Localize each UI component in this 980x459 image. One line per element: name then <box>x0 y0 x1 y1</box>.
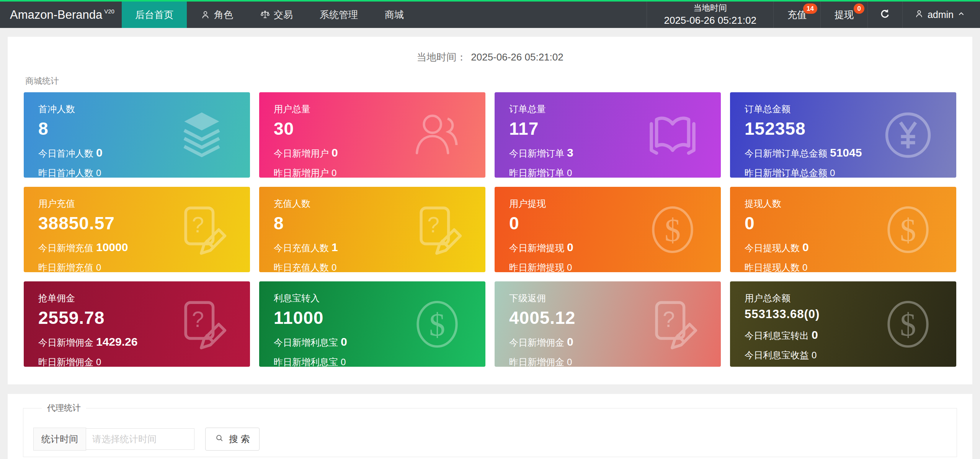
card-yesterday-label: 昨日新增充值 <box>38 262 93 272</box>
svg-text:$: $ <box>429 307 445 342</box>
withdraw-badge: 0 <box>854 3 864 14</box>
stat-card: 订单总量117今日新增订单3昨日新增订单0 <box>495 92 721 178</box>
recharge-badge: 14 <box>803 3 817 14</box>
card-yesterday-value: 0 <box>341 357 346 367</box>
card-yesterday-line: 昨日新增充值0 <box>38 261 250 272</box>
person-icon <box>200 10 211 20</box>
refresh-icon <box>879 8 891 21</box>
dollar-circle-icon: $ <box>644 201 701 258</box>
card-yesterday-label: 昨日新增提现 <box>509 262 564 272</box>
refresh-button[interactable] <box>867 2 902 28</box>
stats-panel: 当地时间：2025-06-26 05:21:02 商城统计 首冲人数8今日首冲人… <box>8 37 972 384</box>
svg-text:$: $ <box>900 212 916 248</box>
card-yesterday-label: 昨日新增订单 <box>509 168 564 178</box>
card-yesterday-line: 昨日提现人数0 <box>745 261 956 272</box>
card-yesterday-value: 0 <box>830 168 835 178</box>
card-yesterday-label: 昨日新增利息宝 <box>274 357 338 367</box>
card-yesterday-label: 昨日新增佣金 <box>38 357 93 367</box>
card-today-value: 3 <box>567 146 573 159</box>
card-today-value: 0 <box>332 146 338 159</box>
card-yesterday-label: 昨日首冲人数 <box>38 168 93 178</box>
nav-item-home[interactable]: 后台首页 <box>122 2 187 28</box>
card-today-value: 0 <box>341 335 347 348</box>
yen-circle-icon <box>880 107 936 163</box>
topbar: Amazon-Beranda V20 后台首页 角色 <box>0 0 980 28</box>
layers-icon <box>173 107 230 163</box>
stats-section-title: 商城统计 <box>25 75 972 87</box>
card-yesterday-line: 昨日新增佣金0 <box>509 356 721 367</box>
card-yesterday-label: 昨日新增佣金 <box>509 357 564 367</box>
search-button[interactable]: 搜 索 <box>205 428 260 451</box>
card-today-value: 0 <box>96 146 103 159</box>
doc-question-icon: ? <box>409 201 466 258</box>
card-yesterday-line: 昨日充值人数0 <box>274 261 485 272</box>
card-today-label: 今日利息宝转出 <box>745 330 809 341</box>
local-time-value: 2025-06-26 05:21:02 <box>664 14 756 27</box>
stat-card: 抢单佣金2559.78今日新增佣金1429.26昨日新增佣金0? <box>24 281 250 367</box>
withdraw-link[interactable]: 提现 0 <box>820 2 867 28</box>
main-nav: 后台首页 角色 交易 <box>122 2 417 28</box>
agent-filter-row: 统计时间 搜 索 <box>33 428 957 451</box>
page-time-label: 当地时间： <box>416 51 466 63</box>
recharge-link[interactable]: 充值 14 <box>773 2 820 28</box>
card-yesterday-line: 昨日新增用户0 <box>274 167 485 178</box>
card-today-label: 今日新增佣金 <box>509 337 564 348</box>
svg-text:?: ? <box>192 307 204 332</box>
stat-card: 下级返佣4005.12今日新增佣金0昨日新增佣金0? <box>495 281 721 367</box>
dollar-circle-icon: $ <box>409 296 466 353</box>
card-yesterday-value: 0 <box>567 357 572 367</box>
stat-card: 提现人数0今日提现人数0昨日提现人数0$ <box>730 187 956 272</box>
card-yesterday-value: 0 <box>96 357 101 367</box>
card-yesterday-label: 昨日提现人数 <box>745 262 800 272</box>
card-today-label: 今日新增充值 <box>38 243 93 253</box>
search-label: 搜 索 <box>229 433 250 445</box>
brand-logo[interactable]: Amazon-Beranda V20 <box>0 2 122 28</box>
card-today-label: 今日新增用户 <box>274 148 329 158</box>
card-yesterday-label: 昨日新增订单总金额 <box>745 168 827 178</box>
card-today-label: 今日新增订单 <box>509 148 564 158</box>
nav-item-system[interactable]: 系统管理 <box>306 2 371 28</box>
card-yesterday-line: 昨日新增提现0 <box>509 261 721 272</box>
card-yesterday-value: 0 <box>96 262 101 272</box>
svg-text:?: ? <box>192 213 204 237</box>
card-today-value: 0 <box>567 335 573 348</box>
card-yesterday-line: 昨日新增利息宝0 <box>274 356 485 367</box>
doc-question-icon: ? <box>644 296 701 353</box>
stats-card-grid: 首冲人数8今日首冲人数0昨日首冲人数0用户总量30今日新增用户0昨日新增用户0订… <box>8 92 972 367</box>
svg-text:$: $ <box>665 212 681 248</box>
dashboard-screen: Amazon-Beranda V20 后台首页 角色 <box>0 0 980 459</box>
card-yesterday-line: 昨日新增佣金0 <box>38 356 250 367</box>
card-yesterday-line: 昨日新增订单总金额0 <box>745 167 956 178</box>
topbar-right: 当地时间 2025-06-26 05:21:02 充值 14 提现 0 <box>647 2 980 28</box>
card-today-value: 10000 <box>96 241 128 253</box>
stat-card: 首冲人数8今日首冲人数0昨日首冲人数0 <box>24 92 250 178</box>
card-today-value: 1 <box>332 241 338 253</box>
card-yesterday-line: 昨日首冲人数0 <box>38 167 250 178</box>
card-yesterday-line: 昨日新增订单0 <box>509 167 721 178</box>
nav-item-mall[interactable]: 商城 <box>371 2 417 28</box>
dollar-circle-icon: $ <box>880 201 936 258</box>
stat-card: 用户充值38850.57今日新增充值10000昨日新增充值0? <box>24 187 250 272</box>
card-yesterday-value: 0 <box>567 168 572 178</box>
nav-item-trade[interactable]: 交易 <box>247 2 306 28</box>
user-menu[interactable]: admin <box>902 2 980 28</box>
stat-time-input[interactable] <box>86 428 194 450</box>
card-yesterday-value: 0 <box>812 350 817 360</box>
card-today-label: 今日新增提现 <box>509 243 564 253</box>
svg-text:$: $ <box>900 307 916 342</box>
agent-section-title: 代理统计 <box>42 402 86 414</box>
local-time: 当地时间 2025-06-26 05:21:02 <box>647 2 773 28</box>
stat-card: 用户提现0今日新增提现0昨日新增提现0$ <box>495 187 721 272</box>
nav-item-roles[interactable]: 角色 <box>187 2 247 28</box>
withdraw-label: 提现 <box>835 8 854 21</box>
card-yesterday-value: 0 <box>567 262 572 272</box>
card-today-label: 今日充值人数 <box>274 243 329 253</box>
card-yesterday-value: 0 <box>96 168 101 178</box>
card-today-value: 1429.26 <box>96 335 137 348</box>
card-today-value: 0 <box>802 241 809 253</box>
card-today-label: 今日新增订单总金额 <box>745 148 827 158</box>
nav-label: 系统管理 <box>320 8 358 21</box>
agent-fieldset: 代理统计 统计时间 搜 索 <box>23 402 957 457</box>
page-time-value: 2025-06-26 05:21:02 <box>471 51 563 63</box>
page-time: 当地时间：2025-06-26 05:21:02 <box>8 51 972 64</box>
